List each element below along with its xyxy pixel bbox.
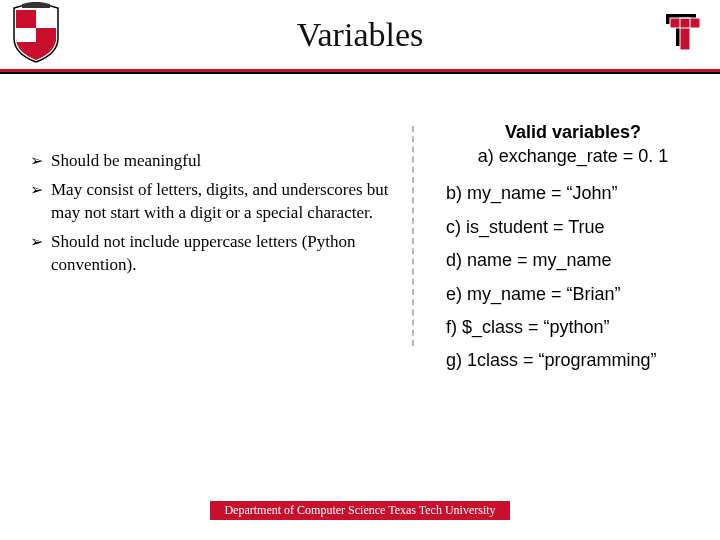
svg-rect-7 [680,18,690,50]
bullet-item: ➢ May consist of letters, digits, and un… [30,179,400,225]
svg-rect-3 [36,28,56,42]
svg-rect-1 [36,10,56,28]
bullet-text: Should be meaningful [51,150,201,173]
vertical-divider [412,126,414,346]
question-option: g) 1class = “programming” [446,349,700,372]
bullet-item: ➢ Should not include uppercase letters (… [30,231,400,277]
question-option: d) name = my_name [446,249,700,272]
slide-title: Variables [297,16,424,54]
bullet-list: ➢ Should be meaningful ➢ May consist of … [30,122,400,383]
question-option: a) exchange_rate = 0. 1 [446,145,700,168]
question-panel: Valid variables? a) exchange_rate = 0. 1… [426,122,700,383]
texas-tech-logo-icon [660,8,706,54]
bullet-arrow-icon: ➢ [30,231,43,253]
bullet-arrow-icon: ➢ [30,150,43,172]
bullet-text: May consist of letters, digits, and unde… [51,179,400,225]
question-option: e) my_name = “Brian” [446,283,700,306]
bullet-text: Should not include uppercase letters (Py… [51,231,400,277]
bullet-item: ➢ Should be meaningful [30,150,400,173]
svg-rect-2 [16,28,36,42]
header-underline [0,72,720,74]
svg-rect-0 [16,10,36,28]
university-crest-icon [12,2,60,64]
slide-header: Variables [0,0,720,72]
slide-footer: Department of Computer Science Texas Tec… [0,501,720,520]
bullet-arrow-icon: ➢ [30,179,43,201]
question-option: b) my_name = “John” [446,182,700,205]
question-title: Valid variables? [446,122,700,143]
question-option: f) $_class = “python” [446,316,700,339]
slide-content: ➢ Should be meaningful ➢ May consist of … [0,72,720,403]
footer-text: Department of Computer Science Texas Tec… [210,501,509,520]
question-option: c) is_student = True [446,216,700,239]
